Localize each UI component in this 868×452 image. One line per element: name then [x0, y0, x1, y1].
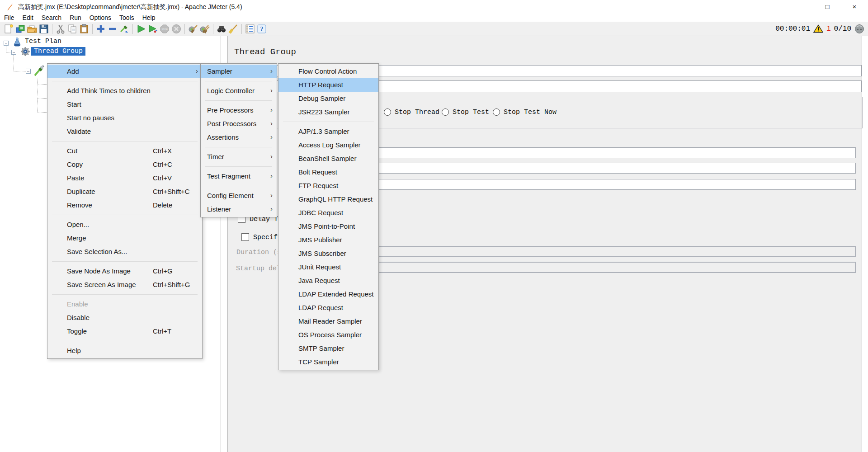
tree-collapse-box[interactable] — [4, 41, 9, 46]
menu-item-timer[interactable]: Timer› — [201, 150, 277, 164]
search-reset-icon[interactable] — [227, 23, 239, 35]
close-button[interactable]: × — [841, 0, 868, 14]
menu-item-copy[interactable]: CopyCtrl+C — [47, 158, 202, 171]
maximize-button[interactable]: □ — [814, 0, 841, 14]
menu-item-tcp-sampler[interactable]: TCP Sampler — [278, 355, 378, 369]
menu-item-mail-reader-sampler[interactable]: Mail Reader Sampler — [278, 315, 378, 328]
menu-item-listener[interactable]: Listener› — [201, 202, 277, 216]
menu-item-assertions[interactable]: Assertions› — [201, 131, 277, 144]
tree-collapse-box[interactable] — [26, 69, 31, 74]
menu-item-access-log-sampler[interactable]: Access Log Sampler — [278, 138, 378, 152]
menu-item-http-request[interactable]: HTTP Request — [278, 78, 378, 92]
menu-separator — [201, 144, 277, 150]
paste-icon[interactable] — [78, 23, 90, 35]
help-icon[interactable]: ? — [256, 23, 268, 35]
menu-item-junit-request[interactable]: JUnit Request — [278, 260, 378, 274]
menu-item-ldap-extended-request[interactable]: LDAP Extended Request — [278, 287, 378, 301]
menu-item-java-request[interactable]: Java Request — [278, 274, 378, 287]
menu-item-jsr223-sampler[interactable]: JSR223 Sampler — [278, 105, 378, 119]
radio-circle[interactable] — [384, 108, 391, 116]
new-file-icon[interactable] — [3, 23, 14, 35]
menu-item-test-fragment[interactable]: Test Fragment› — [201, 170, 277, 183]
tree-item-test-plan[interactable]: Test Plan — [25, 38, 61, 45]
menu-item-pre-processors[interactable]: Pre Processors› — [201, 104, 277, 117]
ramp-up-period-field[interactable] — [317, 163, 856, 174]
menu-item-beanshell-sampler[interactable]: BeanShell Sampler — [278, 152, 378, 165]
menu-help[interactable]: Help — [138, 14, 160, 22]
menu-item-os-process-sampler[interactable]: OS Process Sampler — [278, 328, 378, 342]
menu-separator — [47, 138, 202, 144]
menu-separator — [47, 292, 202, 297]
warning-triangle-icon[interactable] — [813, 24, 823, 33]
cut-icon[interactable] — [55, 23, 66, 35]
menu-item-start[interactable]: Start — [47, 98, 202, 111]
clear-all-icon[interactable] — [199, 23, 211, 35]
menu-item-bolt-request[interactable]: Bolt Request — [278, 165, 378, 179]
copy-icon[interactable] — [66, 23, 78, 35]
clear-icon[interactable] — [187, 23, 199, 35]
tree-item-thread-group[interactable]: Thread Group — [31, 47, 85, 56]
menu-item-add[interactable]: Add› — [47, 65, 202, 78]
menu-item-debug-sampler[interactable]: Debug Sampler — [278, 92, 378, 105]
menu-item-ldap-request[interactable]: LDAP Request — [278, 301, 378, 315]
menu-item-cut[interactable]: CutCtrl+X — [47, 144, 202, 158]
number-of-threads-field[interactable] — [317, 147, 856, 158]
menu-item-remove[interactable]: RemoveDelete — [47, 198, 202, 212]
menu-item-config-element[interactable]: Config Element› — [201, 189, 277, 202]
menu-item-sampler[interactable]: Sampler› — [201, 65, 277, 78]
start-icon[interactable] — [135, 23, 147, 35]
menu-item-save-selection-as[interactable]: Save Selection As... — [47, 245, 202, 259]
menu-item-ajp-1-3-sampler[interactable]: AJP/1.3 Sampler — [278, 125, 378, 138]
expand-all-icon[interactable] — [95, 23, 107, 35]
radio-stop-test[interactable]: Stop Test — [442, 108, 489, 117]
menu-item-post-processors[interactable]: Post Processors› — [201, 117, 277, 131]
menu-item-validate[interactable]: Validate — [47, 125, 202, 138]
open-file-icon[interactable] — [26, 23, 38, 35]
menu-item-add-think-times-to-children[interactable]: Add Think Times to children — [47, 84, 202, 98]
radio-stop-thread[interactable]: Stop Thread — [384, 108, 439, 117]
radio-circle[interactable] — [442, 108, 449, 116]
sampler-dropper-icon[interactable] — [33, 64, 45, 79]
loop-count-field[interactable] — [317, 179, 856, 190]
tree-collapse-box[interactable] — [11, 50, 16, 55]
menu-run[interactable]: Run — [66, 14, 85, 22]
radio-stop-test-now[interactable]: Stop Test Now — [493, 108, 557, 117]
menu-item-ftp-request[interactable]: FTP Request — [278, 179, 378, 193]
menu-item-open[interactable]: Open... — [47, 218, 202, 231]
menu-item-jms-publisher[interactable]: JMS Publisher — [278, 233, 378, 247]
menu-item-duplicate[interactable]: DuplicateCtrl+Shift+C — [47, 185, 202, 198]
toggle-icon[interactable] — [118, 23, 130, 35]
menu-item-smtp-sampler[interactable]: SMTP Sampler — [278, 342, 378, 355]
menu-item-help[interactable]: Help — [47, 344, 202, 358]
menu-options[interactable]: Options — [85, 14, 115, 22]
menu-item-merge[interactable]: Merge — [47, 231, 202, 245]
templates-icon[interactable] — [14, 23, 26, 35]
menu-item-logic-controller[interactable]: Logic Controller› — [201, 84, 277, 98]
menu-search[interactable]: Search — [38, 14, 66, 22]
radio-circle[interactable] — [493, 108, 500, 116]
minimize-button[interactable]: ─ — [787, 0, 814, 14]
menu-item-start-no-pauses[interactable]: Start no pauses — [47, 111, 202, 125]
menu-file[interactable]: File — [0, 14, 19, 22]
menu-item-jms-point-to-point[interactable]: JMS Point-to-Point — [278, 220, 378, 233]
menu-item-jdbc-request[interactable]: JDBC Request — [278, 206, 378, 220]
menu-edit[interactable]: Edit — [19, 14, 38, 22]
menu-item-save-node-as-image[interactable]: Save Node As ImageCtrl+G — [47, 264, 202, 278]
save-icon[interactable] — [38, 23, 50, 35]
menu-item-toggle[interactable]: ToggleCtrl+T — [47, 325, 202, 338]
collapse-all-icon[interactable] — [107, 23, 118, 35]
menu-item-label: Merge — [47, 231, 86, 245]
specify-lifetime-checkbox[interactable] — [241, 233, 249, 241]
menu-item-paste[interactable]: PasteCtrl+V — [47, 171, 202, 185]
menu-item-jms-subscriber[interactable]: JMS Subscriber — [278, 247, 378, 260]
menu-item-label: Assertions — [201, 131, 239, 144]
search-icon[interactable] — [216, 23, 227, 35]
menu-item-disable[interactable]: Disable — [47, 311, 202, 325]
tree-connector — [38, 84, 47, 85]
start-no-pauses-icon[interactable] — [147, 23, 159, 35]
menu-item-save-screen-as-image[interactable]: Save Screen As ImageCtrl+Shift+G — [47, 278, 202, 292]
menu-tools[interactable]: Tools — [115, 14, 138, 22]
menu-item-graphql-http-request[interactable]: GraphQL HTTP Request — [278, 193, 378, 206]
function-helper-icon[interactable] — [244, 23, 256, 35]
menu-item-flow-control-action[interactable]: Flow Control Action — [278, 65, 378, 78]
